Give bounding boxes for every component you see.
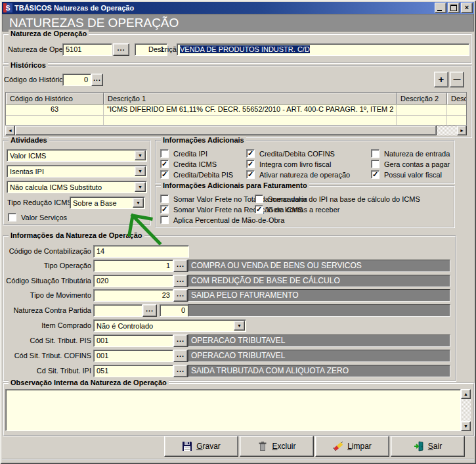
- browse-cd-sit-tribut-ipi[interactable]: ...: [173, 365, 188, 377]
- activity-combo-2[interactable]: Isentas IPI▼: [7, 165, 147, 177]
- field-tipo-opera-o[interactable]: 1: [93, 260, 173, 272]
- checkbox-box[interactable]: ✓: [160, 170, 169, 179]
- label-tipo-opera-o: Tipo Operação: [4, 260, 91, 272]
- combo-item-comprado[interactable]: Não é Controlado▼: [93, 319, 246, 332]
- close-button[interactable]: ×: [461, 3, 473, 13]
- cell-r2c4[interactable]: [447, 116, 467, 126]
- observacao-textarea[interactable]: [5, 389, 461, 431]
- column-header-2[interactable]: Descrição 1: [104, 93, 397, 104]
- checkbox-box[interactable]: [371, 160, 379, 168]
- titlebar[interactable]: S TBÁSICOS Naturezas de Operação ×: [2, 2, 474, 14]
- column-header-3[interactable]: Descrição 2: [397, 93, 447, 104]
- browse-c-d-sit-tribut-cofins[interactable]: ...: [173, 350, 188, 362]
- add-historico-button[interactable]: +: [434, 72, 448, 87]
- cell-r1c3[interactable]: [397, 104, 447, 116]
- cell-r1c1[interactable]: 63: [6, 104, 104, 116]
- chevron-down-icon[interactable]: ▼: [135, 166, 146, 176]
- tipo-reducao-combo[interactable]: Sobre a Base ▼: [70, 197, 145, 209]
- table-row[interactable]: 63"ICMS DIFERIDO EM 61,11% CF. DECR. 556…: [6, 104, 466, 116]
- scroll-left-icon[interactable]: ◄: [5, 126, 15, 135]
- checkbox-box[interactable]: [160, 149, 169, 158]
- scroll-down-icon[interactable]: ▼: [461, 421, 471, 431]
- field-tipo-de-movimento[interactable]: 23: [93, 289, 173, 302]
- vscroll-track[interactable]: [461, 399, 471, 421]
- checkbox-box[interactable]: ✓: [246, 149, 255, 158]
- desc-panel-c-d-sit-tribut-pis: OPERACAO TRIBUTAVEL: [188, 335, 450, 347]
- checkbox-box[interactable]: ✓: [160, 160, 169, 168]
- checkbox-label: Integra com livro fiscal: [259, 160, 331, 168]
- remove-historico-button[interactable]: —: [450, 72, 464, 87]
- descricao-field[interactable]: VENDA DE PRODUTOS INDUSTR. C/D: [177, 43, 469, 56]
- field-c-digo-de-contabiliza-o[interactable]: 14: [93, 245, 189, 258]
- column-header-4[interactable]: Descriç: [447, 93, 467, 104]
- browse-c-d-sit-tribut-pis[interactable]: ...: [173, 335, 188, 347]
- field-c-digo-situa-o-tribut-ria[interactable]: 020: [93, 275, 173, 287]
- checkbox-box[interactable]: [255, 195, 263, 203]
- browse-tipo-opera-o[interactable]: ...: [173, 260, 188, 272]
- chevron-down-icon[interactable]: ▼: [135, 182, 146, 192]
- checkbox-box[interactable]: ✓: [371, 170, 379, 179]
- tipo-reducao-label: Tipo Redução ICMS: [7, 197, 72, 209]
- sair-button[interactable]: Sair: [391, 436, 465, 457]
- checkbox-box[interactable]: [160, 216, 169, 224]
- historicos-hscrollbar[interactable]: ◄ ►: [5, 126, 467, 135]
- checkbox-label: Credita/Debita COFINS: [259, 150, 335, 158]
- cell-r2c2[interactable]: [104, 116, 397, 126]
- activity-combo-1-value: Valor ICMS: [10, 151, 46, 161]
- hscroll-track[interactable]: [437, 126, 457, 135]
- group-natureza-title: Natureza de Operação: [9, 30, 89, 37]
- natureza-browse-button[interactable]: ...: [113, 43, 129, 56]
- cell-r1c2[interactable]: "ICMS DIFERIDO EM 61,11% CF. DECR. 55652…: [104, 104, 397, 116]
- field-cd-sit-tribut-ipi[interactable]: 051: [93, 365, 173, 377]
- desc-panel-c-d-sit-tribut-cofins: OPERACAO TRIBUTAVEL: [188, 350, 450, 362]
- checkbox-label: Somar valor do IPI na base de cálculo do…: [268, 195, 420, 203]
- browse-natureza-contra-partida[interactable]: ...: [142, 304, 157, 317]
- historico-browse-button[interactable]: ...: [91, 74, 103, 86]
- column-header-1[interactable]: Código do Histórico: [6, 93, 104, 104]
- minimize-button[interactable]: [435, 3, 446, 13]
- cell-r1c4[interactable]: [447, 104, 467, 116]
- chevron-down-icon[interactable]: ▼: [234, 321, 245, 331]
- chevron-down-icon[interactable]: ▼: [133, 198, 144, 208]
- cell-r2c3[interactable]: [397, 116, 447, 126]
- natureza-codigo-field[interactable]: 5101: [62, 43, 112, 56]
- field-c-d-sit-tribut-cofins[interactable]: 001: [93, 350, 173, 362]
- page-header-band: NATUREZAS DE OPERAÇÃO: [2, 14, 474, 32]
- observacao-vscrollbar[interactable]: ▲ ▼: [461, 389, 471, 431]
- field-c-d-sit-tribut-pis[interactable]: 001: [93, 335, 173, 347]
- valor-servicos-checkbox[interactable]: [8, 213, 16, 221]
- activity-combo-1[interactable]: Valor ICMS▼: [7, 149, 147, 162]
- aux-field-natureza-contra-partida[interactable]: 0: [160, 304, 188, 317]
- faturamento-col2: Somar valor do IPI na base de cálculo do…: [255, 194, 420, 215]
- checkbox-natureza-de-entrada: Natureza de entrada: [371, 149, 450, 158]
- excluir-button[interactable]: Excluir: [240, 436, 314, 457]
- limpar-button[interactable]: Limpar: [315, 436, 389, 457]
- checkbox-box[interactable]: ✓: [160, 205, 169, 214]
- checkbox-box[interactable]: [371, 149, 379, 158]
- scroll-up-icon[interactable]: ▲: [461, 389, 471, 399]
- group-observacao: Observação Interna da Natureza de Operaç…: [3, 383, 475, 436]
- table-row[interactable]: [6, 116, 466, 126]
- info-adicionais-col3: Natureza de entradaGera contas a pagar✓P…: [371, 149, 450, 180]
- field-natureza-contra-partida[interactable]: [93, 304, 142, 317]
- exit-icon: [414, 441, 424, 452]
- checkbox-box[interactable]: [160, 195, 169, 203]
- chevron-down-icon[interactable]: ▼: [135, 151, 146, 160]
- maximize-button[interactable]: [448, 3, 460, 13]
- checkbox-box[interactable]: ✓: [255, 205, 263, 214]
- browse-c-digo-situa-o-tribut-ria[interactable]: ...: [173, 275, 188, 287]
- descricao-selected-text: VENDA DE PRODUTOS INDUSTR. C/D: [180, 45, 310, 53]
- activity-combo-3[interactable]: Não calcula ICMS Substituto▼: [7, 181, 147, 193]
- browse-tipo-de-movimento[interactable]: ...: [173, 289, 188, 302]
- scroll-right-icon[interactable]: ►: [457, 126, 467, 135]
- checkbox-label: Credita ICMS: [173, 160, 217, 168]
- checkbox-possui-valor-fiscal: ✓Possui valor fiscal: [371, 170, 450, 179]
- hscroll-thumb[interactable]: [15, 126, 437, 135]
- historico-codigo-field[interactable]: 0: [62, 74, 91, 86]
- gravar-button[interactable]: Gravar: [164, 436, 238, 457]
- button-label-sair: Sair: [428, 442, 442, 451]
- checkbox-gera-contas-a-pagar: Gera contas a pagar: [371, 159, 450, 169]
- checkbox-box[interactable]: ✓: [246, 160, 255, 168]
- checkbox-box[interactable]: ✓: [246, 170, 255, 179]
- cell-r2c1[interactable]: [6, 116, 104, 126]
